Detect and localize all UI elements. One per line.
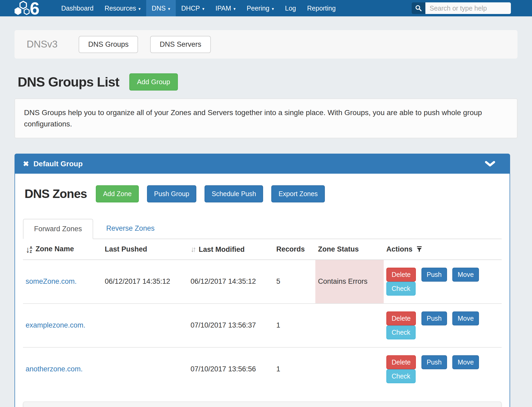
delete-zone-button[interactable]: Delete xyxy=(386,311,416,325)
zones-tabs: Forward Zones Reverse Zones xyxy=(23,219,502,239)
group-panel-body: DNS Zones Add Zone Push Group Schedule P… xyxy=(15,174,510,407)
svg-text:6: 6 xyxy=(30,0,40,16)
add-group-button[interactable]: Add Group xyxy=(129,73,178,91)
dns-zones-heading: DNS Zones xyxy=(25,187,87,201)
filter-icon[interactable] xyxy=(417,246,422,252)
nav-item-dashboard[interactable]: Dashboard xyxy=(56,0,99,16)
move-zone-button[interactable]: Move xyxy=(452,311,479,325)
col-header-zone-status[interactable]: Zone Status xyxy=(315,239,384,260)
zone-table-row: examplezone.com. 07/10/2017 13:56:37 1 D… xyxy=(23,304,502,347)
col-header-zone-name[interactable]: ↓AZZone Name xyxy=(23,239,102,260)
nav-item-dns[interactable]: DNS▾ xyxy=(146,0,176,16)
zones-table-header-row: ↓AZZone Name Last Pushed ↓↑Last Modified… xyxy=(23,239,502,260)
accordion-attached-servers[interactable]: Attached Servers xyxy=(23,401,502,407)
move-zone-button[interactable]: Move xyxy=(452,268,479,282)
chevron-down-icon[interactable] xyxy=(485,161,495,167)
tab-forward-zones[interactable]: Forward Zones xyxy=(23,219,93,239)
sort-updown-icon: ↓↑ xyxy=(191,245,194,253)
caret-down-icon: ▾ xyxy=(272,6,274,11)
nav-item-ipam[interactable]: IPAM▾ xyxy=(210,0,241,16)
nav-item-resources[interactable]: Resources▾ xyxy=(99,0,146,16)
records-cell: 1 xyxy=(274,304,315,347)
move-zone-button[interactable]: Move xyxy=(452,355,479,369)
last-pushed-cell xyxy=(102,347,188,391)
actions-cell: Delete Push Move Check xyxy=(384,260,502,304)
zone-table-row: anotherzone.com. 07/10/2017 13:56:56 1 D… xyxy=(23,347,502,391)
last-modified-cell: 07/10/2017 13:56:56 xyxy=(188,347,274,391)
close-icon[interactable]: ✖ xyxy=(23,160,29,168)
dns-section-toolbar: DNSv3 DNS Groups DNS Servers xyxy=(15,30,517,59)
zones-table: ↓AZZone Name Last Pushed ↓↑Last Modified… xyxy=(23,239,502,391)
schedule-push-button[interactable]: Schedule Push xyxy=(205,185,263,202)
push-zone-button[interactable]: Push xyxy=(421,268,447,282)
records-cell: 5 xyxy=(274,260,315,304)
tab-reverse-zones[interactable]: Reverse Zones xyxy=(96,219,165,239)
dns-groups-button[interactable]: DNS Groups xyxy=(79,36,138,53)
actions-cell: Delete Push Move Check xyxy=(384,347,502,391)
group-panel-title: Default Group xyxy=(34,160,83,168)
export-zones-button[interactable]: Export Zones xyxy=(271,185,325,202)
groups-description: DNS Groups help you to organize all of y… xyxy=(15,98,517,138)
nav-item-dhcp[interactable]: DHCP▾ xyxy=(176,0,210,16)
group-panel-header[interactable]: ✖ Default Group xyxy=(15,154,510,174)
nav-item-log[interactable]: Log xyxy=(279,0,302,16)
last-pushed-cell xyxy=(102,304,188,347)
zone-name-link[interactable]: anotherzone.com. xyxy=(26,365,83,373)
search-input[interactable] xyxy=(425,2,511,14)
caret-down-icon: ▾ xyxy=(139,6,141,11)
page-title: DNS Groups List xyxy=(18,74,119,90)
section-label: DNSv3 xyxy=(27,39,58,50)
check-zone-button[interactable]: Check xyxy=(386,369,416,383)
zone-table-row: someZone.com. 06/12/2017 14:35:12 06/12/… xyxy=(23,260,502,304)
last-pushed-cell: 06/12/2017 14:35:12 xyxy=(102,260,188,304)
col-header-last-modified[interactable]: ↓↑Last Modified xyxy=(188,239,274,260)
zone-name-link[interactable]: examplezone.com. xyxy=(26,321,86,329)
delete-zone-button[interactable]: Delete xyxy=(386,355,416,369)
last-modified-cell: 07/10/2017 13:56:37 xyxy=(188,304,274,347)
sort-alpha-icon: ↓AZ xyxy=(26,246,32,254)
nav-item-reporting[interactable]: Reporting xyxy=(302,0,341,16)
delete-zone-button[interactable]: Delete xyxy=(386,268,416,282)
zone-status-cell xyxy=(315,304,384,347)
search-icon xyxy=(412,2,425,14)
push-zone-button[interactable]: Push xyxy=(421,355,447,369)
global-search xyxy=(412,2,511,14)
zone-status-badge: Contains Errors xyxy=(315,260,384,304)
last-modified-cell: 06/12/2017 14:35:12 xyxy=(188,260,274,304)
app-logo[interactable]: 6 xyxy=(15,0,46,16)
check-zone-button[interactable]: Check xyxy=(386,325,416,339)
top-navbar: 6 Dashboard Resources▾ DNS▾ DHCP▾ IPAM▾ … xyxy=(0,0,532,16)
check-zone-button[interactable]: Check xyxy=(386,282,416,296)
dns-zones-header-row: DNS Zones Add Zone Push Group Schedule P… xyxy=(23,185,502,202)
col-header-records[interactable]: Records xyxy=(274,239,315,260)
caret-down-icon: ▾ xyxy=(168,6,170,11)
actions-cell: Delete Push Move Check xyxy=(384,304,502,347)
add-zone-button[interactable]: Add Zone xyxy=(96,185,139,202)
push-group-button[interactable]: Push Group xyxy=(147,185,196,202)
zone-status-cell xyxy=(315,347,384,391)
nav-item-peering[interactable]: Peering▾ xyxy=(241,0,279,16)
zone-name-link[interactable]: someZone.com. xyxy=(26,277,77,285)
dns-servers-button[interactable]: DNS Servers xyxy=(150,36,211,53)
push-zone-button[interactable]: Push xyxy=(421,311,447,325)
col-header-last-pushed[interactable]: Last Pushed xyxy=(102,239,188,260)
hexagons-logo-icon: 6 xyxy=(15,0,46,16)
caret-down-icon: ▾ xyxy=(202,6,205,11)
records-cell: 1 xyxy=(274,347,315,391)
caret-down-icon: ▾ xyxy=(234,6,236,11)
page-title-row: DNS Groups List Add Group xyxy=(15,73,517,91)
default-group-panel: ✖ Default Group DNS Zones Add Zone Push … xyxy=(15,154,510,407)
col-header-actions[interactable]: Actions xyxy=(384,239,502,260)
